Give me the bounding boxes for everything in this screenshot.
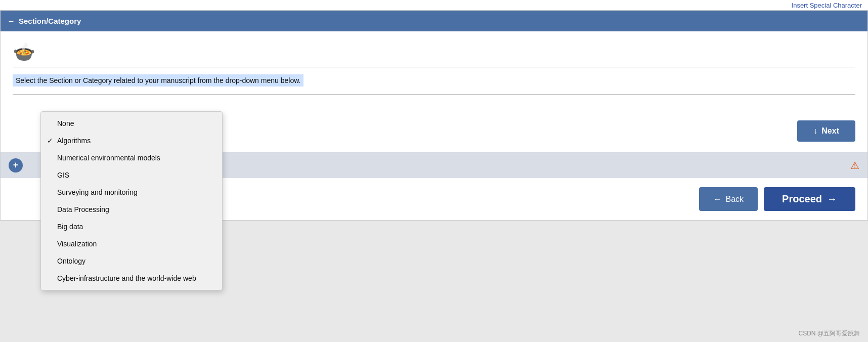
top-bar: Insert Special Character — [0, 0, 868, 10]
fruit-icon: 🍲 — [13, 41, 35, 63]
section-title: Section/Category — [19, 17, 81, 25]
add-button[interactable]: + — [9, 158, 23, 173]
back-arrow-icon: ← — [713, 195, 721, 204]
dropdown-item[interactable]: Algorithms — [41, 132, 222, 149]
insert-special-link[interactable]: Insert Special Character — [792, 2, 862, 9]
proceed-label: Proceed — [782, 193, 822, 205]
next-button[interactable]: ↓ Next — [797, 120, 855, 142]
warning-icon: ⚠ — [850, 159, 859, 172]
dropdown-item[interactable]: Big data — [41, 218, 222, 235]
icon-area: 🍲 — [13, 41, 855, 63]
proceed-arrow-icon: → — [827, 193, 837, 205]
back-button[interactable]: ← Back — [699, 187, 758, 211]
back-label: Back — [725, 195, 744, 204]
dropdown-item[interactable]: None — [41, 115, 222, 132]
top-divider — [13, 67, 855, 67]
dropdown-item[interactable]: Cyber-infrastructure and the world-wide … — [41, 270, 222, 287]
bottom-divider — [13, 95, 855, 95]
collapse-button[interactable]: – — [9, 16, 14, 26]
category-dropdown: NoneAlgorithmsNumerical environmental mo… — [40, 111, 223, 290]
dropdown-item[interactable]: Surveying and monitoring — [41, 184, 222, 201]
next-label: Next — [821, 126, 839, 136]
dropdown-item[interactable]: Visualization — [41, 235, 222, 252]
dropdown-item[interactable]: Ontology — [41, 252, 222, 270]
dropdown-item[interactable]: GIS — [41, 166, 222, 184]
watermark: CSDN @五阿哥爱跳舞 — [798, 329, 860, 338]
dropdown-item[interactable]: Numerical environmental models — [41, 149, 222, 166]
instruction-text: Select the Section or Category related t… — [13, 74, 303, 87]
content-area: 🍲 Select the Section or Category related… — [1, 31, 867, 115]
next-arrow-icon: ↓ — [813, 126, 817, 136]
dropdown-item[interactable]: Data Processing — [41, 201, 222, 218]
proceed-button[interactable]: Proceed → — [764, 187, 855, 211]
section-header: – Section/Category — [1, 11, 867, 31]
